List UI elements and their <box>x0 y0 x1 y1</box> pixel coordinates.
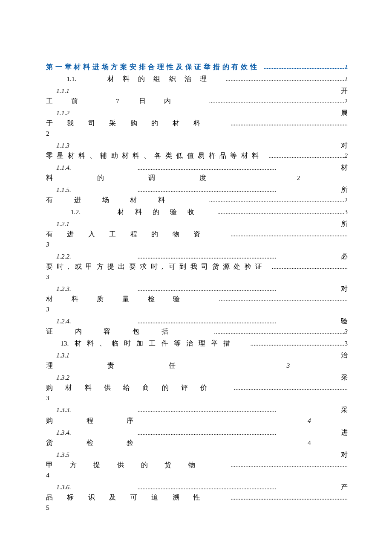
page: 2 <box>46 130 49 137</box>
suffix: 采 <box>341 374 348 381</box>
page: 3 <box>286 362 290 369</box>
num: 1.3.5 <box>46 450 69 460</box>
toc-1-2-3: 1.2.3. .................................… <box>46 284 348 314</box>
num: 1.2.3. <box>46 284 71 294</box>
toc-1-2-1: 1.2.1 所 有进入工程的物资 .......................… <box>46 219 348 250</box>
suffix: 材 <box>276 164 348 171</box>
cont: 料的调度 <box>46 174 251 181</box>
cont: 甲方提供的货物 <box>46 461 212 468</box>
cont: 证内容包括 <box>46 328 190 335</box>
cont: 理责任 <box>46 362 230 369</box>
toc-1-2-2: 1.2.2. .................................… <box>46 251 348 282</box>
cont: 材料质量检验 <box>46 295 199 302</box>
cont: 有进场材料 <box>46 196 186 203</box>
suffix: 开 <box>341 87 348 94</box>
cont: 购程序 <box>46 417 167 424</box>
page: 4 <box>308 439 311 446</box>
num: 1.3.4. <box>46 427 71 438</box>
toc-1-3-5: 1.3.5 对 甲方提供的货物 ........................… <box>46 450 348 480</box>
suffix: 所 <box>276 186 348 193</box>
title: 材料的组织治理 <box>107 75 215 82</box>
num: 1.2.1 <box>46 219 69 229</box>
num: 13. <box>61 340 69 347</box>
page: 3 <box>46 273 49 280</box>
chapter-page: 2 <box>344 63 348 70</box>
title: 材料的验收 <box>118 208 205 215</box>
suffix: 对 <box>341 451 348 458</box>
num: 1.3.3. <box>46 405 71 415</box>
page: 3 <box>46 241 49 248</box>
toc-1-3-6: 1.3.6. .................................… <box>46 482 348 513</box>
suffix: 进 <box>276 429 348 436</box>
num: 1.1.5. <box>46 185 71 195</box>
page: 5 <box>46 504 49 511</box>
page: 2 <box>344 75 348 82</box>
spacer <box>160 220 250 227</box>
num: 1.1.2 <box>46 108 69 118</box>
spacer <box>160 374 250 381</box>
page: 3 <box>344 328 348 335</box>
num: 1.1.4. <box>46 163 71 173</box>
num: 1.3.1 <box>46 350 69 360</box>
filler <box>346 417 348 424</box>
toc-1-3-3: 1.3.3. .................................… <box>46 405 348 425</box>
toc-1-3-1: 1.3.1 治 理责任 3 <box>46 350 348 371</box>
toc-chapter-1: 第一章材料进场方案安排合理性及保证举措的有效性 ................… <box>46 62 348 72</box>
page: 3 <box>46 305 49 313</box>
toc-1-3-4: 1.3.4. .................................… <box>46 427 348 448</box>
toc-1-2-4: 1.2.4. .................................… <box>46 316 348 337</box>
spacer <box>160 451 250 458</box>
suffix: 治 <box>341 352 348 359</box>
toc-1-1-3: 1.1.3 对 零星材料、辅助材料、各类低值易杵品等材料 ...........… <box>46 140 348 161</box>
filler <box>346 439 348 446</box>
cont: 购材料供给商的评价 <box>46 384 219 391</box>
suffix: 采 <box>276 406 348 413</box>
page: 4 <box>308 417 311 424</box>
num: 1.2. <box>71 208 81 215</box>
page: 3 <box>344 340 348 347</box>
num: 1.2.4. <box>46 316 71 326</box>
spacer <box>160 109 250 116</box>
page: 3 <box>344 208 348 215</box>
cont: 零星材料、辅助材料、各类低值易杵品等材料 <box>46 152 263 159</box>
suffix: 对 <box>341 142 348 149</box>
suffix: 所 <box>341 220 348 227</box>
cont: 要时, 或甲方提出要求时, 可到我司货源处验证 <box>46 263 266 270</box>
toc-1-1: 1.1. 材料的组织治理 ...........................… <box>46 74 348 84</box>
page: 3 <box>46 394 49 401</box>
cont: 有进入工程的物资 <box>46 230 215 238</box>
spacer <box>160 142 250 149</box>
suffix: 对 <box>276 285 348 292</box>
toc-1-2: 1.2. 材料的验收 .............................… <box>46 207 348 217</box>
cont: 货检验 <box>46 439 167 446</box>
num: 1.3.2 <box>46 372 69 383</box>
cont: 于我司采购的材料 <box>46 119 215 127</box>
page: 2 <box>344 152 348 159</box>
suffix: 验 <box>276 317 348 325</box>
filler <box>346 362 348 369</box>
page: 2 <box>297 174 300 181</box>
filler <box>346 174 348 181</box>
num: 1.1.1 <box>46 86 69 96</box>
spacer <box>160 87 250 94</box>
page: 2 <box>344 97 348 105</box>
toc-1-1-4: 1.1.4. .................................… <box>46 163 348 183</box>
page: 4 <box>46 471 49 479</box>
page: 2 <box>344 196 348 203</box>
toc-1-1-5: 1.1.5. .................................… <box>46 185 348 205</box>
suffix: 属 <box>341 109 348 116</box>
document-page: 第一章材料进场方案安排合理性及保证举措的有效性 ................… <box>0 0 392 555</box>
toc-1-3-2: 1.3.2 采 购材料供给商的评价 ......................… <box>46 372 348 403</box>
num: 1.1.3 <box>46 140 69 151</box>
spacer <box>160 352 250 359</box>
cont: 工前 7 日内 <box>46 97 189 105</box>
suffix: 产 <box>276 483 348 491</box>
toc-1-1-1: 1.1.1 开 工前 7 日内 ........................… <box>46 86 348 106</box>
num: 1.3.6. <box>46 482 71 492</box>
title: 材料、临时加工件等治理举措 <box>69 340 236 347</box>
num: 1.2.2. <box>46 251 71 262</box>
suffix: 必 <box>276 253 348 260</box>
toc-1-3: 13.材料、临时加工件等治理举措 .......................… <box>46 338 348 349</box>
cont: 品标识及可追溯性 <box>46 494 215 501</box>
chapter-title: 第一章材料进场方案安排合理性及保证举措的有效性 <box>46 63 259 70</box>
